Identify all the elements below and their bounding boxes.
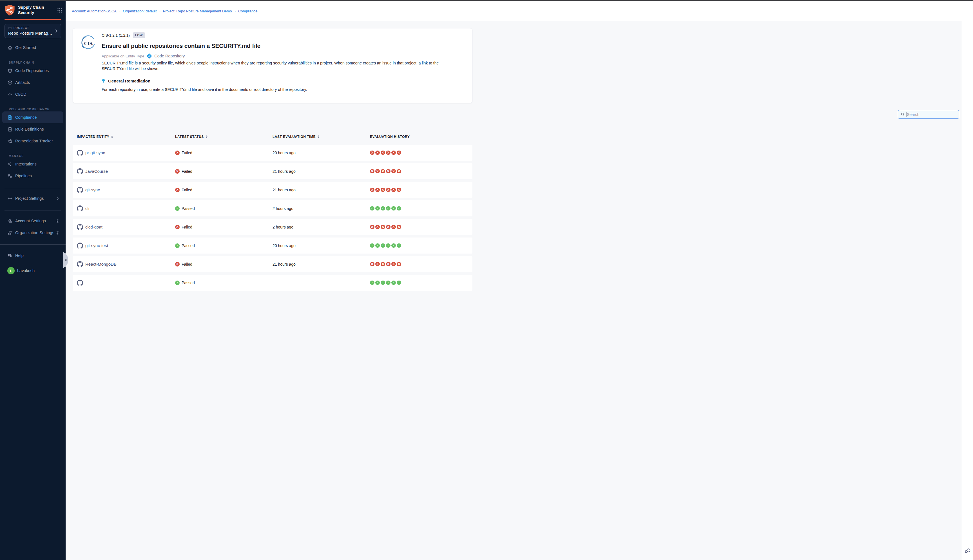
breadcrumb: Account: Automation-SSCA›Organization: d… bbox=[72, 9, 258, 13]
status-label: Failed bbox=[182, 188, 192, 192]
sidebar-item-get-started[interactable]: Get Started bbox=[0, 42, 66, 53]
home-icon bbox=[7, 45, 13, 50]
breadcrumb-separator: › bbox=[119, 9, 120, 13]
breadcrumb-separator: › bbox=[159, 9, 160, 13]
column-header-impacted-entity[interactable]: IMPACTED ENTITY bbox=[77, 135, 113, 139]
org-gear-icon bbox=[7, 230, 13, 235]
infinity-icon bbox=[7, 92, 13, 97]
sidebar-item-pipelines[interactable]: Pipelines bbox=[0, 170, 66, 182]
svg-text:</>: </> bbox=[9, 70, 11, 72]
entity-link[interactable]: cli bbox=[85, 206, 89, 211]
sidebar-item-artifacts[interactable]: Artifacts bbox=[0, 77, 66, 88]
cube-icon bbox=[7, 80, 13, 85]
entity-link[interactable]: git-sync bbox=[85, 187, 100, 192]
rule-description: SECURITY.md file is a security policy fi… bbox=[102, 60, 466, 72]
sidebar-item-user-profile[interactable]: L Lavakush bbox=[0, 265, 66, 277]
sidebar-item-remediation-tracker[interactable]: Remediation Tracker bbox=[0, 135, 66, 147]
entity-link[interactable]: git-sync-test bbox=[85, 243, 108, 248]
status-failed-icon bbox=[175, 262, 180, 267]
evaluation-fail-icon bbox=[391, 169, 396, 173]
table-row: React-MongoDBFailed21 hours ago bbox=[73, 256, 472, 272]
lightbulb-icon bbox=[101, 78, 106, 83]
evaluation-fail-icon bbox=[381, 150, 385, 155]
evaluation-fail-icon bbox=[381, 225, 385, 229]
breadcrumb-link[interactable]: Organization: default bbox=[123, 9, 157, 13]
app-switcher-grid-icon[interactable] bbox=[57, 8, 62, 13]
impacted-entity-cell: cli bbox=[77, 200, 89, 217]
sidebar-item-label: Rule Definitions bbox=[15, 127, 44, 132]
sidebar-item-cicd[interactable]: CI/CD bbox=[0, 88, 66, 100]
column-header-label: LAST EVALUATION TIME bbox=[272, 135, 315, 139]
sidebar-item-label: Help bbox=[15, 253, 23, 258]
sidebar-item-rule-definitions[interactable]: Rule Definitions bbox=[0, 123, 66, 135]
entity-link[interactable]: JavaCourse bbox=[85, 169, 108, 173]
info-icon bbox=[55, 219, 60, 223]
rule-title: Ensure all public repositories contain a… bbox=[102, 42, 260, 49]
breadcrumb-link[interactable]: Account: Automation-SSCA bbox=[72, 9, 117, 13]
sort-arrows-icon bbox=[111, 135, 113, 138]
sidebar-item-integrations[interactable]: Integrations bbox=[0, 158, 66, 170]
sidebar-item-label: Project Settings bbox=[15, 196, 44, 201]
evaluation-fail-icon bbox=[397, 150, 401, 155]
main-content: CIS. CIS-1.2.1 (1.2.1) LOW Ensure all pu… bbox=[66, 21, 486, 280]
evaluation-pass-icon bbox=[381, 243, 385, 248]
project-selector[interactable]: PROJECT Repo Posture Manage... bbox=[5, 23, 61, 38]
latest-status-cell: Passed bbox=[175, 200, 195, 217]
sidebar-item-label: Get Started bbox=[15, 45, 36, 50]
entity-link[interactable]: cicd-goat bbox=[85, 225, 102, 229]
sidebar-item-help[interactable]: ? Help bbox=[0, 250, 66, 262]
sort-arrows-icon bbox=[206, 135, 207, 138]
chevron-right-icon bbox=[55, 197, 60, 201]
column-header-latest-status[interactable]: LATEST STATUS bbox=[175, 135, 207, 139]
breadcrumb-separator: › bbox=[235, 9, 235, 13]
latest-status-cell: Failed bbox=[175, 163, 192, 179]
github-icon bbox=[77, 224, 83, 230]
sidebar-item-organization-settings[interactable]: Organization Settings bbox=[0, 227, 66, 238]
evaluation-fail-icon bbox=[370, 169, 374, 173]
table-header-row: IMPACTED ENTITYLATEST STATUSLAST EVALUAT… bbox=[73, 135, 472, 140]
evaluation-fail-icon bbox=[386, 169, 391, 173]
evaluation-fail-icon bbox=[375, 225, 380, 229]
github-icon bbox=[77, 261, 83, 267]
latest-status-cell: Failed bbox=[175, 182, 192, 198]
evaluation-history-cell bbox=[370, 145, 401, 161]
column-header-last-evaluation-time[interactable]: LAST EVALUATION TIME bbox=[272, 135, 319, 139]
project-selector-label: PROJECT bbox=[8, 26, 57, 30]
sidebar-item-account-settings[interactable]: Account Settings bbox=[0, 215, 66, 227]
evaluation-history-cell bbox=[370, 238, 401, 253]
status-failed-icon bbox=[175, 150, 180, 155]
sidebar-item-code-repositories[interactable]: </>Code Repositories bbox=[0, 65, 66, 77]
entity-link[interactable]: pr-git-sync bbox=[85, 150, 105, 155]
sidebar-bottom-section: ? Help L Lavakush bbox=[0, 244, 66, 280]
impacted-entity-cell: cicd-goat bbox=[77, 219, 102, 235]
status-label: Failed bbox=[182, 150, 192, 155]
github-icon bbox=[77, 243, 83, 249]
breadcrumb-link[interactable]: Project: Repo Posture Management Demo bbox=[163, 9, 232, 13]
sidebar-item-label: Integrations bbox=[15, 162, 37, 166]
evaluation-pass-icon bbox=[386, 206, 391, 211]
compliance-results-table: pr-git-syncFailed20 hours agoJavaCourseF… bbox=[73, 145, 472, 280]
column-header-label: LATEST STATUS bbox=[175, 135, 204, 139]
status-passed-icon bbox=[175, 206, 180, 211]
last-evaluation-time-cell: 2 hours ago bbox=[272, 200, 294, 217]
sidebar: Supply Chain Security PROJECT Repo Postu… bbox=[0, 1, 66, 280]
project-cube-icon bbox=[8, 26, 12, 30]
latest-status-cell: Failed bbox=[175, 219, 192, 235]
evaluation-pass-icon bbox=[386, 243, 391, 248]
general-remediation-heading: General Remediation bbox=[101, 78, 150, 83]
sidebar-item-compliance[interactable]: Compliance bbox=[2, 112, 63, 123]
box-wrench-icon bbox=[7, 138, 13, 144]
sidebar-item-label: Code Repositories bbox=[15, 68, 49, 73]
svg-text:CIS.: CIS. bbox=[84, 40, 93, 46]
evaluation-pass-icon bbox=[397, 243, 401, 248]
sidebar-item-label: Artifacts bbox=[15, 80, 30, 85]
breadcrumb-link[interactable]: Compliance bbox=[238, 9, 258, 13]
status-label: Passed bbox=[182, 243, 195, 248]
sidebar-item-project-settings[interactable]: Project Settings bbox=[0, 192, 66, 204]
entity-link[interactable]: React-MongoDB bbox=[85, 262, 117, 267]
impacted-entity-cell bbox=[77, 275, 85, 280]
evaluation-fail-icon bbox=[397, 169, 401, 173]
evaluation-pass-icon bbox=[391, 206, 396, 211]
brand-accent-line bbox=[5, 19, 61, 20]
remediation-text: For each repository in use, create a SEC… bbox=[102, 87, 307, 92]
